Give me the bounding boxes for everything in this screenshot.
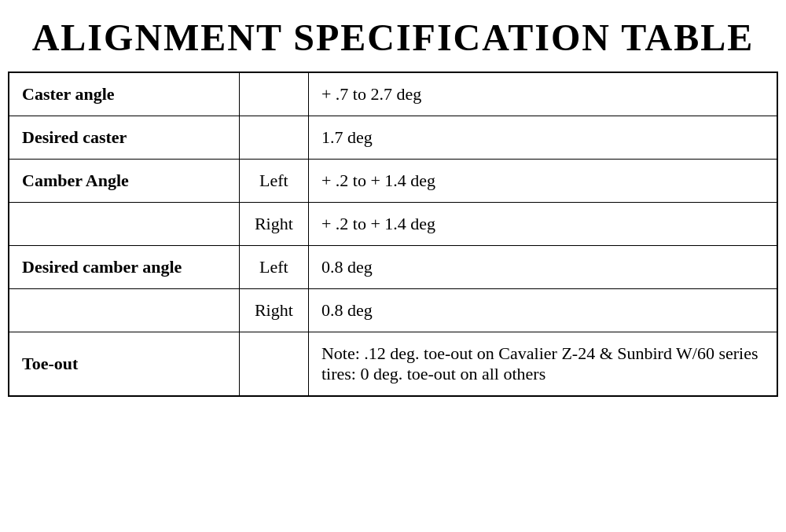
table-row: Desired camber angleLeft0.8 deg xyxy=(9,246,777,289)
row-2-label: Camber Angle xyxy=(9,160,239,203)
table-row: Right0.8 deg xyxy=(9,289,777,332)
row-0-value: + .7 to 2.7 deg xyxy=(308,72,777,116)
table-wrapper: Caster angle+ .7 to 2.7 degDesired caste… xyxy=(8,72,778,397)
row-4-side: Left xyxy=(239,246,308,289)
table-row: Desired caster1.7 deg xyxy=(9,116,777,160)
row-2-side: Left xyxy=(239,160,308,203)
row-5-label xyxy=(9,289,239,332)
row-4-label: Desired camber angle xyxy=(9,246,239,289)
alignment-table: Caster angle+ .7 to 2.7 degDesired caste… xyxy=(8,72,778,397)
table-row: Camber AngleLeft+ .2 to + 1.4 deg xyxy=(9,160,777,203)
row-3-side: Right xyxy=(239,203,308,246)
row-6-value: Note: .12 deg. toe-out on Cavalier Z-24 … xyxy=(308,332,777,397)
row-0-side xyxy=(239,72,308,116)
table-row: Toe-outNote: .12 deg. toe-out on Cavalie… xyxy=(9,332,777,397)
row-3-value: + .2 to + 1.4 deg xyxy=(308,203,777,246)
row-5-value: 0.8 deg xyxy=(308,289,777,332)
row-6-side xyxy=(239,332,308,397)
row-6-label: Toe-out xyxy=(9,332,239,397)
row-3-label xyxy=(9,203,239,246)
page-title: ALIGNMENT SPECIFICATION TABLE xyxy=(32,16,755,59)
table-row: Right+ .2 to + 1.4 deg xyxy=(9,203,777,246)
row-1-label: Desired caster xyxy=(9,116,239,160)
row-1-side xyxy=(239,116,308,160)
row-5-side: Right xyxy=(239,289,308,332)
row-0-label: Caster angle xyxy=(9,72,239,116)
table-row: Caster angle+ .7 to 2.7 deg xyxy=(9,72,777,116)
row-2-value: + .2 to + 1.4 deg xyxy=(308,160,777,203)
row-1-value: 1.7 deg xyxy=(308,116,777,160)
row-4-value: 0.8 deg xyxy=(308,246,777,289)
